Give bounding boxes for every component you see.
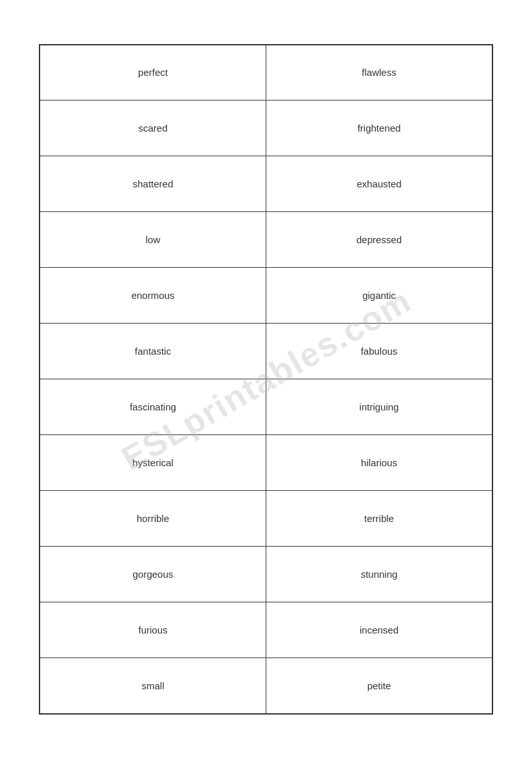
word-left: small [40,658,266,714]
word-right: petite [266,658,493,714]
table-row: furiousincensed [40,602,492,658]
table-row: gorgeousstunning [40,547,492,602]
page: ESLprintables.com perfectflawlessscaredf… [0,0,532,758]
word-right: exhausted [266,156,493,212]
word-left: hysterical [40,435,266,491]
table-row: perfectflawless [40,45,492,101]
word-right: intriguing [266,379,493,435]
word-left: fantastic [40,324,266,379]
word-right: depressed [266,212,493,268]
word-left: perfect [40,45,266,101]
table-row: horribleterrible [40,491,492,547]
word-left: horrible [40,491,266,547]
word-left: enormous [40,268,266,324]
word-table: perfectflawlessscaredfrightenedshattered… [39,44,493,715]
word-right: terrible [266,491,493,547]
table-row: lowdepressed [40,212,492,268]
word-right: gigantic [266,268,493,324]
table-row: enormousgigantic [40,268,492,324]
word-left: furious [40,602,266,658]
table-row: shatteredexhausted [40,156,492,212]
table-row: fantasticfabulous [40,324,492,379]
word-left: shattered [40,156,266,212]
word-right: fabulous [266,324,493,379]
word-left: low [40,212,266,268]
word-right: hilarious [266,435,493,491]
word-right: flawless [266,45,493,101]
word-left: gorgeous [40,547,266,602]
word-left: fascinating [40,379,266,435]
table-row: scaredfrightened [40,101,492,156]
word-left: scared [40,101,266,156]
word-right: incensed [266,602,493,658]
table-row: fascinatingintriguing [40,379,492,435]
table-row: hystericalhilarious [40,435,492,491]
word-right: stunning [266,547,493,602]
word-right: frightened [266,101,493,156]
table-row: smallpetite [40,658,492,714]
